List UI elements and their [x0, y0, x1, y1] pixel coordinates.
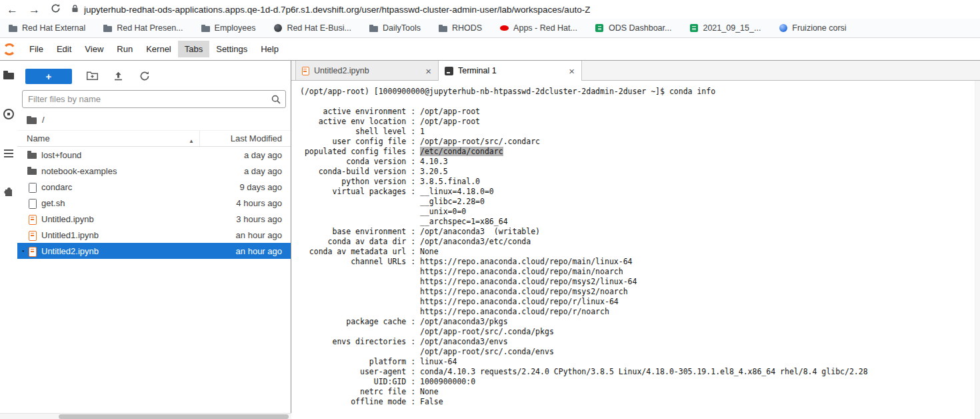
menu-item[interactable]: View [78, 41, 110, 57]
conda-info-value: 3.20.5 [420, 167, 448, 176]
sidebar-tab[interactable] [2, 146, 15, 159]
back-icon[interactable]: ← [7, 4, 18, 15]
bookmark-item[interactable]: Red Hat E-Busi... [273, 23, 351, 33]
tab-close-icon[interactable]: × [567, 66, 576, 76]
conda-info-value: linux-64 [420, 357, 457, 366]
label-value-separator [406, 267, 420, 276]
bookmark-favicon [201, 23, 211, 33]
menu-item[interactable]: Tabs [178, 41, 209, 57]
file-row[interactable]: notebook-examples a day ago [17, 163, 291, 179]
terminal-panel[interactable]: (/opt/app-root) [1000900000@jupyterhub-n… [291, 81, 980, 419]
terminal-line: populated config files : /etc/conda/cond… [300, 147, 971, 157]
bookmark-favicon [778, 23, 788, 33]
reload-icon[interactable] [51, 3, 61, 15]
filter-files-container [22, 90, 286, 108]
file-name: Untitled.ipynb [41, 214, 236, 224]
file-row[interactable]: ● Untitled2.ipynb an hour ago [17, 243, 291, 259]
file-row[interactable]: lost+found a day ago [17, 147, 291, 163]
menu-item[interactable]: Edit [50, 41, 78, 57]
conda-info-value: None [420, 387, 439, 396]
menu-item[interactable]: Help [254, 41, 285, 57]
conda-info-label: virtual packages [300, 187, 406, 197]
terminal-line: https://repo.anaconda.cloud/repo/main/no… [300, 267, 971, 277]
menu-item[interactable]: Settings [209, 41, 254, 57]
file-name: notebook-examples [41, 166, 244, 176]
file-modified: a day ago [244, 150, 291, 160]
left-activity-bar [0, 61, 17, 419]
sidebar-tab[interactable] [2, 69, 15, 82]
terminal-line: conda av metadata url : None [300, 247, 971, 257]
scrollbar-thumb[interactable] [59, 414, 289, 419]
menu-item[interactable]: File [23, 41, 50, 57]
file-modified: 4 hours ago [236, 198, 291, 208]
conda-info-value: /opt/anaconda3/etc/conda [420, 237, 531, 246]
bookmark-label: Apps - Red Hat... [513, 23, 577, 33]
column-header-name[interactable]: Name ▲ [17, 133, 199, 143]
conda-info-label: envs directories [300, 337, 406, 347]
file-row[interactable]: Untitled.ipynb 3 hours ago [17, 211, 291, 227]
conda-info-label: offline mode [300, 397, 406, 407]
conda-info-value: __glibc=2.28=0 [420, 197, 485, 206]
file-list: lost+found a day ago notebook-examples a… [17, 147, 291, 259]
new-folder-icon[interactable] [86, 71, 99, 81]
conda-info-value: __linux=4.18.0=0 [420, 187, 494, 196]
refresh-icon[interactable] [139, 71, 152, 81]
bookmark-item[interactable]: Red Hat External [8, 23, 85, 33]
file-type-icon [27, 197, 37, 208]
bookmark-item[interactable]: Fruizione corsi [778, 23, 846, 33]
bookmarks-bar: Red Hat External Red Hat Presen... Emplo… [0, 19, 980, 38]
sidebar-horizontal-scrollbar[interactable] [0, 413, 291, 419]
upload-icon[interactable] [113, 71, 125, 81]
bookmark-favicon [595, 23, 605, 33]
bookmark-item[interactable]: RHODS [438, 23, 482, 33]
file-row[interactable]: Untitled1.ipynb an hour ago [17, 227, 291, 243]
menu-item[interactable]: Kernel [139, 41, 178, 57]
sidebar-tab-icon [2, 185, 15, 198]
terminal-line: active environment : /opt/app-root [300, 107, 971, 117]
bookmark-item[interactable]: 2021_09_15_... [689, 23, 761, 33]
terminal-line: __unix=0=0 [300, 207, 971, 217]
terminal-line: offline mode : False [300, 397, 971, 407]
label-value-separator: : [406, 367, 420, 376]
label-value-separator [406, 347, 420, 356]
forward-icon[interactable]: → [29, 4, 40, 15]
file-modified: a day ago [244, 166, 291, 176]
new-launcher-button[interactable]: + [25, 69, 72, 84]
label-value-separator [406, 307, 420, 316]
menu-item[interactable]: Run [110, 41, 139, 57]
file-row[interactable]: get.sh 4 hours ago [17, 195, 291, 211]
terminal-scrollbar[interactable] [975, 81, 980, 419]
breadcrumb[interactable]: / [17, 108, 291, 130]
tab-close-icon[interactable]: × [424, 66, 433, 76]
label-value-separator: : [406, 257, 420, 266]
file-modified: an hour ago [236, 230, 291, 240]
main-area-tab[interactable]: Untitled2.ipynb × [295, 61, 439, 81]
file-modified: an hour ago [236, 246, 291, 256]
sidebar-tab[interactable] [2, 107, 15, 121]
label-value-separator: : [406, 337, 420, 346]
label-value-separator: : [406, 387, 420, 396]
terminal-line: virtual packages : __linux=4.18.0=0 [300, 187, 971, 197]
bookmark-item[interactable]: Apps - Red Hat... [499, 23, 577, 33]
bookmark-item[interactable]: Red Hat Presen... [103, 23, 183, 33]
file-type-icon [27, 230, 37, 240]
bookmark-favicon [438, 23, 448, 33]
filter-files-input[interactable] [22, 90, 286, 108]
sidebar-tab-icon [2, 146, 15, 159]
tab-label: Terminal 1 [458, 66, 563, 75]
sidebar-tab[interactable] [2, 185, 15, 198]
conda-info-label: conda-build version [300, 167, 406, 177]
address-bar[interactable]: jupyterhub-redhat-ods-applications.apps.… [71, 4, 973, 15]
conda-info-label: python version [300, 177, 406, 187]
conda-info-value: conda/4.10.3 requests/2.24.0 CPython/3.8… [420, 367, 868, 376]
column-header-modified[interactable]: Last Modified [199, 131, 291, 146]
terminal-prompt-line: (/opt/app-root) [1000900000@jupyterhub-n… [300, 87, 971, 97]
bookmark-item[interactable]: DailyTools [369, 23, 421, 33]
file-row[interactable]: condarc 9 days ago [17, 179, 291, 195]
terminal-line: channel URLs : https://repo.anaconda.clo… [300, 257, 971, 267]
terminal-line: conda version : 4.10.3 [300, 157, 971, 167]
bookmark-item[interactable]: ODS Dashboar... [595, 23, 672, 33]
bookmark-item[interactable]: Employees [201, 23, 256, 33]
tab-label: Untitled2.ipynb [314, 66, 419, 75]
main-area-tab[interactable]: Terminal 1 × [439, 61, 582, 81]
